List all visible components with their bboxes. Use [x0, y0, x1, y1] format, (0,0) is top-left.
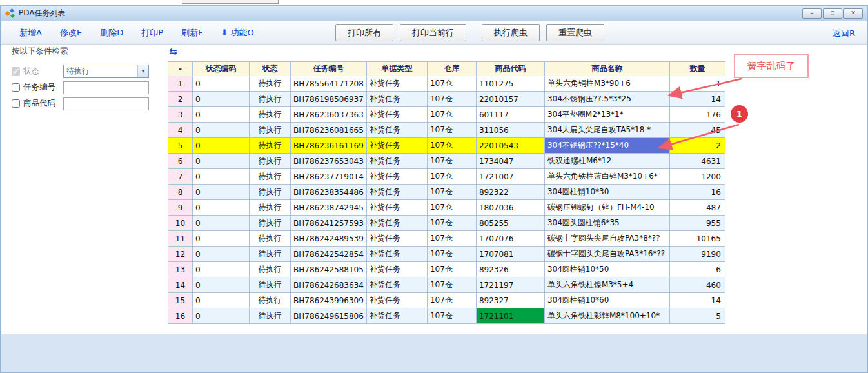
- table-row[interactable]: 70待执行BH786237719014补货任务107仓1721007单头六角铁柱…: [168, 169, 725, 185]
- cell-product-name[interactable]: 304不锈钢压??.5*3*25: [544, 92, 669, 107]
- cell-doc-type[interactable]: 补货任务: [366, 169, 427, 185]
- table-row[interactable]: 120待执行BH786242542854补货任务107仓1707081碳钢十字圆…: [168, 247, 725, 262]
- cell-num[interactable]: 14: [168, 277, 193, 293]
- column-header-status[interactable]: 状态: [250, 62, 291, 76]
- cell-qty[interactable]: 1200: [669, 169, 725, 185]
- cell-product-name[interactable]: 单头六角铁柱彩锌M8*100+10*: [544, 308, 669, 324]
- menu-item-function[interactable]: ⬇功能O: [221, 27, 253, 39]
- cell-status-code[interactable]: 0: [193, 185, 250, 200]
- cell-num[interactable]: 8: [168, 185, 193, 200]
- cell-product-name[interactable]: 304圆柱销10*50: [544, 262, 669, 277]
- table-row[interactable]: 80待执行BH786238354486补货任务107仓892322304圆柱销1…: [168, 185, 725, 200]
- cell-status-code[interactable]: 0: [193, 107, 250, 123]
- cell-doc-type[interactable]: 补货任务: [366, 216, 427, 231]
- cell-qty[interactable]: 487: [669, 200, 725, 216]
- menu-item-print[interactable]: 打印P: [141, 27, 163, 39]
- cell-task-no[interactable]: BH786236161169: [291, 138, 367, 154]
- cell-task-no[interactable]: BH786241257593: [291, 216, 367, 231]
- cell-status-code[interactable]: 0: [193, 169, 250, 185]
- status-dropdown[interactable]: 待执行 ▾: [63, 65, 149, 78]
- cell-qty[interactable]: 5: [669, 308, 725, 324]
- cell-product-code[interactable]: 1721007: [476, 169, 544, 185]
- cell-status[interactable]: 待执行: [250, 293, 291, 308]
- cell-warehouse[interactable]: 107仓: [427, 107, 476, 123]
- cell-num[interactable]: 6: [168, 154, 193, 169]
- cell-status[interactable]: 待执行: [250, 107, 291, 123]
- cell-product-name[interactable]: 单头六角铜柱M3*90+6: [544, 76, 669, 92]
- cell-product-name[interactable]: 304圆头圆柱销6*35: [544, 216, 669, 231]
- cell-status-code[interactable]: 0: [193, 92, 250, 107]
- cell-status-code[interactable]: 0: [193, 138, 250, 154]
- swap-columns-icon[interactable]: ⇆: [169, 46, 177, 57]
- cell-num[interactable]: 16: [168, 308, 193, 324]
- table-row[interactable]: 50待执行BH786236161169补货任务107仓22010543304不锈…: [168, 138, 725, 154]
- cell-status-code[interactable]: 0: [193, 123, 250, 138]
- cell-status-code[interactable]: 0: [193, 200, 250, 216]
- cell-doc-type[interactable]: 补货任务: [366, 185, 427, 200]
- cell-warehouse[interactable]: 107仓: [427, 200, 476, 216]
- cell-product-code[interactable]: 1707076: [476, 231, 544, 247]
- cell-status[interactable]: 待执行: [250, 200, 291, 216]
- cell-task-no[interactable]: BH786242588105: [291, 262, 367, 277]
- cell-product-name[interactable]: 304圆柱销10*60: [544, 293, 669, 308]
- cell-num[interactable]: 3: [168, 107, 193, 123]
- cell-status-code[interactable]: 0: [193, 247, 250, 262]
- cell-qty[interactable]: 460: [669, 277, 725, 293]
- cell-task-no[interactable]: BH786243996309: [291, 293, 367, 308]
- cell-qty[interactable]: 10165: [669, 231, 725, 247]
- cell-qty[interactable]: 9190: [669, 247, 725, 262]
- cell-warehouse[interactable]: 107仓: [427, 76, 476, 92]
- column-header-product-code[interactable]: 商品代码: [476, 62, 544, 76]
- menu-item-delete[interactable]: 删除D: [100, 27, 123, 39]
- cell-status-code[interactable]: 0: [193, 308, 250, 324]
- cell-status[interactable]: 待执行: [250, 216, 291, 231]
- cell-status-code[interactable]: 0: [193, 231, 250, 247]
- cell-product-code[interactable]: 892322: [476, 185, 544, 200]
- status-filter-checkbox[interactable]: [12, 67, 20, 76]
- cell-qty[interactable]: 955: [669, 216, 725, 231]
- cell-num[interactable]: 5: [168, 138, 193, 154]
- cell-product-code[interactable]: 1807036: [476, 200, 544, 216]
- cell-doc-type[interactable]: 补货任务: [366, 76, 427, 92]
- cell-warehouse[interactable]: 107仓: [427, 169, 476, 185]
- cell-doc-type[interactable]: 补货任务: [366, 138, 427, 154]
- cell-status[interactable]: 待执行: [250, 92, 291, 107]
- table-row[interactable]: 20待执行BH786198506937补货任务107仓22010157304不锈…: [168, 92, 725, 107]
- cell-warehouse[interactable]: 107仓: [427, 231, 476, 247]
- column-header-status-code[interactable]: 状态编码: [193, 62, 250, 76]
- cell-task-no[interactable]: BH786198506937: [291, 92, 367, 107]
- product-code-filter-checkbox[interactable]: [12, 99, 20, 108]
- cell-num[interactable]: 10: [168, 216, 193, 231]
- cell-num[interactable]: 1: [168, 76, 193, 92]
- cell-warehouse[interactable]: 107仓: [427, 308, 476, 324]
- cell-doc-type[interactable]: 补货任务: [366, 92, 427, 107]
- cell-qty[interactable]: 6: [669, 262, 725, 277]
- cell-warehouse[interactable]: 107仓: [427, 154, 476, 169]
- cell-doc-type[interactable]: 补货任务: [366, 277, 427, 293]
- cell-warehouse[interactable]: 107仓: [427, 138, 476, 154]
- cell-qty[interactable]: 14: [669, 293, 725, 308]
- column-header-product-name[interactable]: 商品名称: [544, 62, 669, 76]
- cell-doc-type[interactable]: 补货任务: [366, 107, 427, 123]
- cell-status-code[interactable]: 0: [193, 293, 250, 308]
- cell-doc-type[interactable]: 补货任务: [366, 123, 427, 138]
- cell-task-no[interactable]: BH785564171208: [291, 76, 367, 92]
- maximize-button[interactable]: □: [823, 8, 842, 19]
- cell-qty[interactable]: 14: [669, 92, 725, 107]
- cell-warehouse[interactable]: 107仓: [427, 216, 476, 231]
- close-button[interactable]: ✕: [843, 8, 863, 19]
- cell-num[interactable]: 12: [168, 247, 193, 262]
- cell-qty[interactable]: 16: [669, 185, 725, 200]
- table-row[interactable]: 140待执行BH786242683634补货任务107仓1721197单头六角铁…: [168, 277, 725, 293]
- cell-status-code[interactable]: 0: [193, 76, 250, 92]
- cell-status[interactable]: 待执行: [250, 308, 291, 324]
- cell-product-code[interactable]: 1734047: [476, 154, 544, 169]
- cell-status-code[interactable]: 0: [193, 154, 250, 169]
- cell-status-code[interactable]: 0: [193, 216, 250, 231]
- cell-product-code[interactable]: 1721197: [476, 277, 544, 293]
- product-code-input[interactable]: [63, 97, 149, 110]
- minimize-button[interactable]: −: [802, 8, 822, 19]
- cell-warehouse[interactable]: 107仓: [427, 293, 476, 308]
- cell-task-no[interactable]: BH786238742945: [291, 200, 367, 216]
- table-row[interactable]: 10待执行BH785564171208补货任务107仓1101275单头六角铜柱…: [168, 76, 725, 92]
